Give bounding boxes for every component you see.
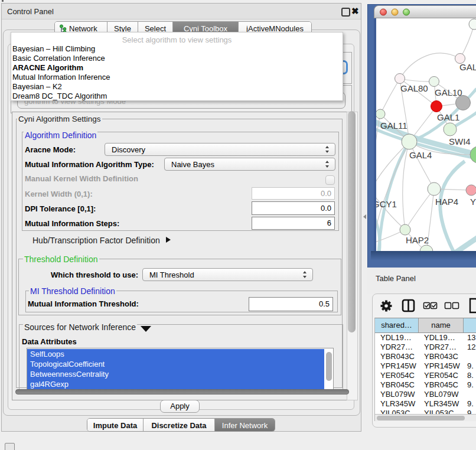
svg-text:GCY1: GCY1 bbox=[376, 199, 397, 209]
svg-text:GAL80: GAL80 bbox=[400, 83, 428, 93]
svg-text:GAL: GAL bbox=[459, 62, 476, 72]
svg-text:HAP2: HAP2 bbox=[406, 235, 429, 245]
svg-text:Y: Y bbox=[470, 197, 476, 207]
svg-text:GAL11: GAL11 bbox=[380, 120, 407, 131]
svg-text:GAL10: GAL10 bbox=[435, 87, 462, 97]
svg-text:HAP4: HAP4 bbox=[435, 197, 458, 207]
svg-text:GAL4: GAL4 bbox=[409, 150, 432, 160]
svg-text:GAL1: GAL1 bbox=[437, 112, 459, 122]
svg-text:SWI4: SWI4 bbox=[449, 136, 471, 146]
